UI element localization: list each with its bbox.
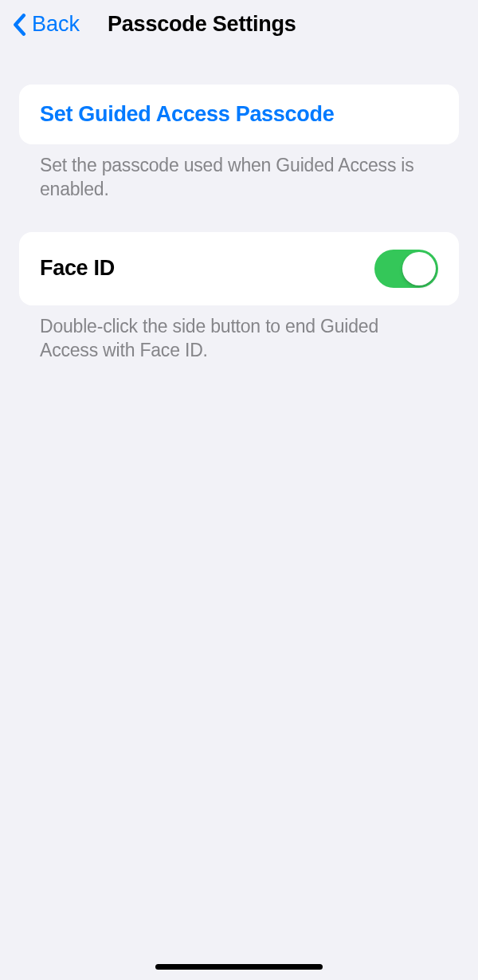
navigation-bar: Back Passcode Settings — [0, 0, 478, 51]
section-set-passcode: Set Guided Access Passcode Set the passc… — [19, 85, 459, 202]
set-passcode-footer: Set the passcode used when Guided Access… — [19, 144, 459, 202]
back-label: Back — [32, 12, 80, 37]
face-id-label: Face ID — [40, 256, 115, 281]
face-id-footer: Double-click the side button to end Guid… — [19, 305, 459, 363]
chevron-left-icon — [11, 14, 27, 36]
face-id-cell: Face ID — [19, 232, 459, 305]
home-indicator[interactable] — [155, 964, 323, 970]
section-face-id: Face ID Double-click the side button to … — [19, 232, 459, 363]
face-id-toggle[interactable] — [374, 250, 438, 288]
toggle-knob — [402, 252, 436, 285]
content-area: Set Guided Access Passcode Set the passc… — [0, 85, 478, 363]
back-button[interactable]: Back — [11, 12, 80, 37]
set-passcode-label: Set Guided Access Passcode — [40, 102, 334, 127]
page-title: Passcode Settings — [108, 12, 296, 37]
set-passcode-cell[interactable]: Set Guided Access Passcode — [19, 85, 459, 144]
